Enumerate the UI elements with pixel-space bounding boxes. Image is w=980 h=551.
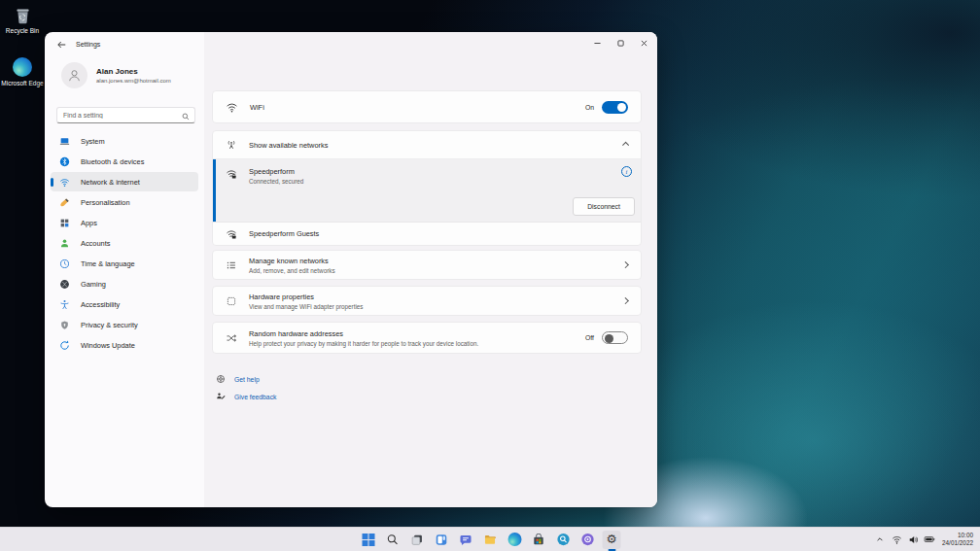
disconnect-button[interactable]: Disconnect (573, 197, 635, 216)
taskbar-search-button[interactable] (384, 531, 402, 549)
settings-taskbar-button[interactable]: ⚙ (603, 531, 621, 549)
network-icon (59, 177, 70, 188)
pinned-app-search-circle-button[interactable] (554, 531, 573, 549)
desktop-icon-label: Microsoft Edge (1, 80, 43, 86)
windows-update-icon (59, 340, 70, 351)
help-icon (216, 374, 226, 384)
widgets-icon (436, 534, 448, 546)
file-explorer-icon (484, 534, 497, 546)
list-icon (226, 259, 237, 271)
wifi-toggle[interactable] (602, 101, 628, 114)
search-icon (387, 534, 400, 546)
sidebar-item-apps[interactable]: Apps (51, 213, 198, 232)
time-language-icon (59, 258, 70, 269)
desktop-icon-microsoft-edge[interactable]: Microsoft Edge (1, 56, 44, 86)
search-icon (182, 113, 190, 121)
random-hardware-addresses-card: Random hardware addresses Help protect y… (212, 322, 642, 354)
gaming-icon (59, 279, 70, 290)
sidebar-item-network-internet[interactable]: Network & internet (51, 172, 198, 191)
wifi-secured-icon (226, 168, 237, 180)
desktop-icon-recycle-bin[interactable]: Recycle Bin (1, 4, 44, 34)
connected-network-row[interactable]: Speedperform Connected, secured i Discon… (213, 159, 641, 223)
show-available-networks-row[interactable]: Show available networks (213, 131, 641, 159)
random-hardware-toggle[interactable] (602, 331, 628, 344)
edge-button[interactable] (506, 531, 524, 549)
sidebar-item-gaming[interactable]: Gaming (51, 274, 198, 293)
sidebar-item-system[interactable]: System (51, 131, 198, 151)
chevron-right-icon (622, 261, 628, 267)
personalisation-icon (59, 197, 70, 208)
wifi-row-label: WiFi (250, 103, 264, 112)
pinned-app-purple-circle-button[interactable] (578, 531, 597, 549)
user-email: alan.jones.wm@hotmail.com (96, 78, 171, 84)
sidebar-item-accounts[interactable]: Accounts (51, 233, 198, 253)
search-box (56, 107, 195, 123)
avatar (61, 62, 88, 88)
desktop: Recycle Bin Microsoft Edge Settings (0, 0, 980, 551)
show-available-networks-label: Show available networks (249, 141, 328, 150)
taskbar: ⚙ 10:00 24/01/2022 (0, 527, 980, 551)
sidebar-item-accessibility[interactable]: Accessibility (51, 294, 198, 314)
user-account[interactable]: Alan Jones alan.jones.wm@hotmail.com (61, 62, 199, 88)
window-controls (585, 34, 655, 52)
chevron-up-icon (622, 142, 628, 148)
guest-network-name: Speedperform Guests (249, 229, 319, 238)
selection-accent-bar (213, 159, 216, 222)
clock[interactable]: 10:00 24/01/2022 (940, 532, 977, 547)
edge-icon (508, 533, 521, 546)
sidebar-nav: System Bluetooth & devices Network & int… (51, 131, 198, 356)
microsoft-store-button[interactable] (530, 531, 548, 549)
start-button[interactable] (360, 531, 378, 549)
guest-network-row[interactable]: Speedperform Guests (213, 223, 641, 245)
store-icon (533, 534, 545, 546)
hardware-properties-card[interactable]: Hardware properties View and manage WiFi… (212, 286, 642, 316)
minimize-button[interactable] (585, 34, 609, 52)
tray-wifi-icon[interactable] (891, 534, 902, 545)
chip-icon (226, 295, 237, 307)
hardware-properties-subtitle: View and manage WiFi adapter properties (249, 303, 364, 310)
sidebar-item-time-language[interactable]: Time & language (51, 254, 198, 273)
hardware-properties-title: Hardware properties (249, 293, 364, 301)
system-tray: 10:00 24/01/2022 (874, 528, 977, 551)
file-explorer-button[interactable] (481, 531, 500, 549)
back-button[interactable] (54, 39, 68, 51)
search-input[interactable] (63, 108, 178, 122)
give-feedback-link[interactable]: Give feedback (216, 392, 276, 401)
manage-known-networks-title: Manage known networks (249, 257, 335, 265)
window-title: Settings (76, 41, 100, 48)
edge-icon (12, 56, 33, 78)
tray-volume-icon[interactable] (907, 534, 919, 545)
network-properties-info-icon[interactable]: i (621, 166, 632, 177)
random-hardware-state: Off (585, 334, 594, 341)
chat-button[interactable] (457, 531, 475, 549)
pinned-app-search-circle-icon (556, 533, 570, 546)
shuffle-icon (226, 332, 237, 344)
tray-battery-icon[interactable] (924, 534, 935, 545)
widgets-button[interactable] (433, 531, 451, 549)
accessibility-icon (59, 299, 70, 310)
bluetooth-icon (59, 156, 70, 167)
random-hardware-subtitle: Help protect your privacy by making it h… (249, 340, 478, 347)
manage-known-networks-card[interactable]: Manage known networks Add, remove, and e… (212, 250, 642, 280)
sidebar-item-privacy-security[interactable]: Privacy & security (51, 315, 198, 334)
hidden-icons-chevron[interactable] (874, 534, 886, 545)
settings-window: Settings Alan Jones alan.jones.wm@hotmai… (45, 32, 657, 507)
close-button[interactable] (632, 34, 655, 52)
wifi-toggle-state: On (585, 104, 594, 111)
active-app-indicator (608, 549, 615, 551)
pinned-app-purple-circle-icon (580, 533, 594, 546)
maximize-button[interactable] (609, 34, 632, 52)
apps-icon (59, 218, 70, 228)
system-icon (59, 136, 70, 147)
gear-icon: ⚙ (606, 534, 616, 546)
wifi-secured-icon (226, 228, 237, 240)
sidebar-item-bluetooth-devices[interactable]: Bluetooth & devices (51, 152, 198, 171)
wifi-icon (226, 101, 238, 114)
random-hardware-title: Random hardware addresses (249, 329, 478, 338)
tray-time: 10:00 (942, 532, 973, 539)
sidebar-item-windows-update[interactable]: Windows Update (51, 335, 198, 355)
task-view-button[interactable] (408, 531, 427, 549)
get-help-link[interactable]: Get help (216, 374, 276, 384)
desktop-icon-label: Recycle Bin (6, 27, 39, 34)
sidebar-item-personalisation[interactable]: Personalisation (51, 192, 198, 212)
